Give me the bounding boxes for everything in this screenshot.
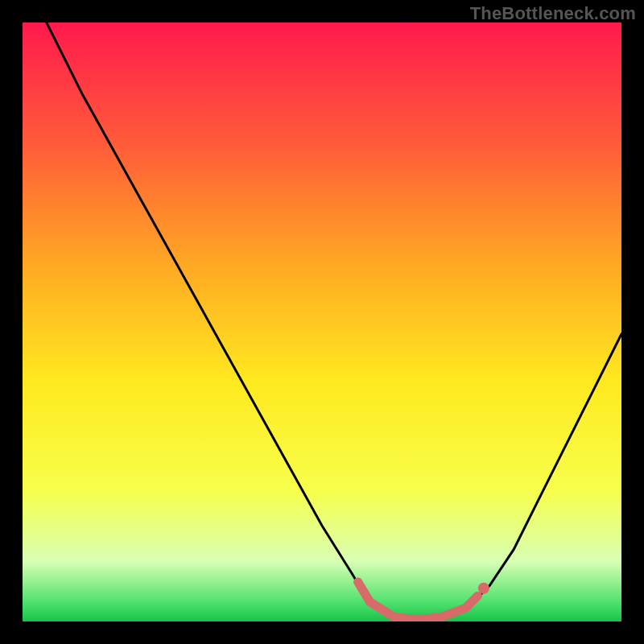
- plot-area: [23, 23, 621, 621]
- watermark-label: TheBottleneck.com: [470, 3, 636, 24]
- gradient-background: [23, 23, 621, 621]
- bottleneck-chart: [23, 23, 621, 621]
- chart-frame: TheBottleneck.com: [0, 0, 644, 644]
- optimal-point-dot: [478, 583, 489, 594]
